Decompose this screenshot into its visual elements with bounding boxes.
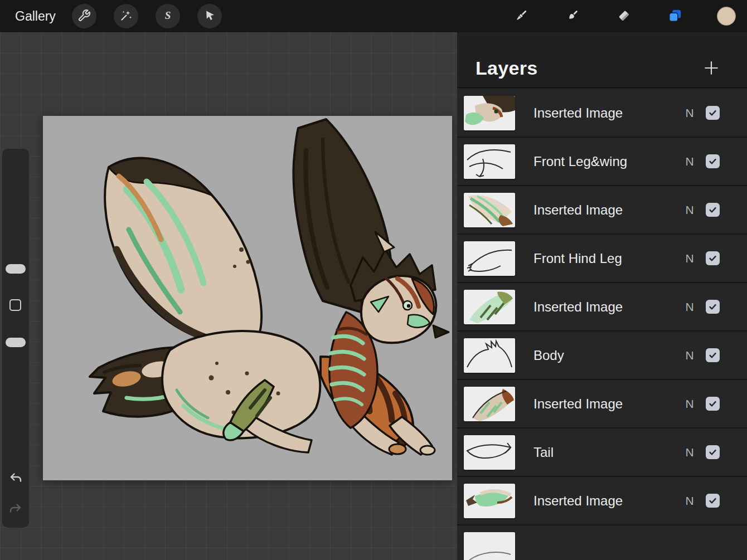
redo-icon	[8, 509, 23, 518]
layer-name: Inserted Image	[533, 105, 681, 121]
check-icon	[707, 398, 718, 409]
layer-thumbnail[interactable]	[464, 193, 515, 227]
canvas[interactable]	[43, 116, 452, 480]
layers-panel-button[interactable]	[663, 4, 687, 28]
layer-visibility-checkbox[interactable]	[706, 251, 720, 265]
layers-panel-header: Layers	[457, 32, 747, 88]
svg-text:S: S	[165, 9, 171, 21]
actions-button[interactable]	[72, 4, 96, 28]
layer-visibility-checkbox[interactable]	[706, 397, 720, 411]
layer-thumbnail[interactable]	[464, 96, 515, 130]
artwork-dragon	[43, 116, 452, 480]
layer-row[interactable]: Inserted Image N	[457, 186, 747, 235]
check-icon	[707, 447, 718, 457]
color-picker-button[interactable]	[714, 4, 739, 28]
layer-name: Inserted Image	[533, 493, 681, 509]
undo-icon	[8, 479, 23, 487]
blend-mode-badge[interactable]: N	[681, 203, 698, 217]
procreate-app: Gallery S	[0, 0, 747, 560]
layer-thumbnail[interactable]	[464, 338, 515, 373]
blend-mode-badge[interactable]: N	[681, 155, 698, 168]
magic-wand-icon	[119, 9, 133, 24]
layer-name: Inserted Image	[533, 202, 681, 218]
layer-name: Body	[533, 348, 681, 363]
check-icon	[707, 253, 718, 264]
topbar-right-group	[509, 4, 747, 28]
layer-row[interactable]: Inserted Image N	[457, 283, 747, 332]
gallery-button[interactable]: Gallery	[15, 9, 56, 24]
layer-thumbnail[interactable]	[464, 532, 515, 560]
topbar: Gallery S	[0, 0, 747, 32]
blend-mode-badge[interactable]: N	[681, 106, 698, 120]
layers-icon	[667, 8, 683, 25]
layer-row[interactable]: Tail N	[457, 428, 747, 477]
layer-row[interactable]: Inserted Image N	[457, 89, 747, 138]
layer-name: Front Hind Leg	[533, 251, 681, 266]
layer-row[interactable]: Inserted Image N	[457, 380, 747, 428]
layer-name: Tail	[533, 445, 681, 460]
layer-row[interactable]: Front Hind Leg N	[457, 235, 747, 283]
check-icon	[707, 301, 718, 312]
eraser-icon	[616, 8, 632, 25]
wrench-icon	[77, 9, 91, 24]
layer-thumbnail[interactable]	[464, 484, 515, 518]
layer-row[interactable]: Body N	[457, 332, 747, 380]
check-icon	[707, 350, 718, 361]
check-icon	[707, 108, 718, 118]
check-icon	[707, 495, 718, 506]
layer-thumbnail[interactable]	[464, 290, 515, 324]
layer-visibility-checkbox[interactable]	[706, 203, 720, 217]
selection-button[interactable]: S	[156, 4, 180, 28]
layers-panel: Layers Inserted Image N Front Leg&wing N…	[457, 32, 747, 560]
layers-panel-title: Layers	[476, 57, 537, 79]
blend-mode-badge[interactable]: N	[681, 252, 698, 265]
selection-s-icon: S	[161, 9, 174, 24]
paint-tool-button[interactable]	[509, 4, 533, 28]
color-swatch-icon	[717, 7, 736, 26]
layer-visibility-checkbox[interactable]	[706, 154, 720, 168]
redo-button[interactable]	[8, 501, 23, 516]
layer-name: Inserted Image	[533, 299, 681, 315]
modify-button[interactable]	[9, 299, 21, 311]
layer-visibility-checkbox[interactable]	[706, 348, 720, 362]
layer-row[interactable]: Inserted Image N	[457, 477, 747, 525]
smudge-icon	[565, 8, 580, 25]
layer-visibility-checkbox[interactable]	[706, 494, 720, 508]
check-icon	[707, 204, 718, 215]
layer-thumbnail[interactable]	[464, 387, 515, 421]
layer-row[interactable]	[457, 525, 747, 560]
topbar-left-group: Gallery S	[0, 4, 239, 28]
add-layer-button[interactable]	[700, 57, 722, 80]
layer-thumbnail[interactable]	[464, 435, 515, 470]
layer-name: Inserted Image	[533, 396, 681, 412]
workspace	[0, 32, 457, 560]
blend-mode-badge[interactable]: N	[681, 397, 698, 411]
layer-visibility-checkbox[interactable]	[706, 300, 720, 314]
transform-button[interactable]	[197, 4, 222, 28]
opacity-slider-handle[interactable]	[6, 338, 26, 347]
layer-thumbnail[interactable]	[464, 241, 515, 276]
brush-size-slider-handle[interactable]	[6, 264, 26, 274]
blend-mode-badge[interactable]: N	[681, 349, 698, 362]
layer-row[interactable]: Front Leg&wing N	[457, 138, 747, 186]
layer-visibility-checkbox[interactable]	[706, 106, 720, 120]
layer-thumbnail[interactable]	[464, 144, 515, 179]
plus-icon	[701, 71, 721, 80]
sidebar-toolbar[interactable]	[2, 149, 29, 528]
brush-icon	[513, 8, 529, 25]
layer-name: Front Leg&wing	[533, 154, 681, 169]
check-icon	[707, 156, 718, 167]
blend-mode-badge[interactable]: N	[681, 494, 698, 508]
eraser-tool-button[interactable]	[612, 4, 636, 28]
blend-mode-badge[interactable]: N	[681, 300, 698, 314]
layer-list: Inserted Image N Front Leg&wing N Insert…	[457, 89, 747, 560]
blend-mode-badge[interactable]: N	[681, 446, 698, 459]
adjustments-button[interactable]	[114, 4, 138, 28]
transform-arrow-icon	[203, 9, 216, 24]
undo-button[interactable]	[8, 471, 23, 485]
layer-visibility-checkbox[interactable]	[706, 445, 720, 459]
smudge-tool-button[interactable]	[560, 4, 585, 28]
